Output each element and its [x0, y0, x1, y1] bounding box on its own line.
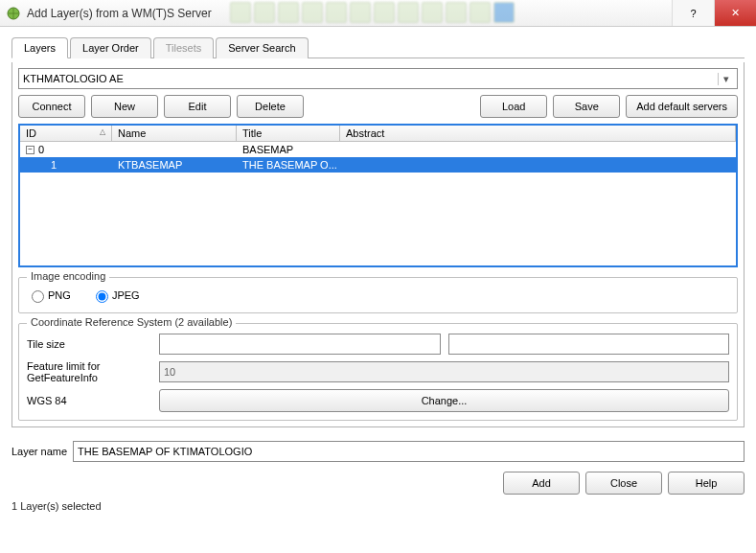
radio-input[interactable]	[96, 290, 108, 303]
image-encoding-group: Image encoding PNG JPEG	[18, 277, 738, 313]
crs-group: Coordinate Reference System (2 available…	[18, 323, 738, 421]
button-label: Connect	[33, 101, 72, 112]
group-legend: Image encoding	[27, 270, 109, 282]
th-label: Abstract	[346, 127, 384, 139]
tree-collapse-icon[interactable]: −	[26, 146, 34, 154]
new-button[interactable]: New	[91, 95, 158, 118]
app-icon	[6, 6, 21, 21]
tab-server-search[interactable]: Server Search	[216, 37, 308, 58]
tab-layers[interactable]: Layers	[11, 37, 68, 58]
tile-size-input-1[interactable]	[159, 334, 441, 355]
feature-limit-input	[159, 361, 729, 382]
radio-input[interactable]	[32, 290, 44, 303]
tab-layer-order[interactable]: Layer Order	[70, 37, 151, 58]
add-button[interactable]: Add	[503, 472, 580, 495]
cell-title: THE BASEMAP O...	[237, 159, 340, 171]
server-combo-value: KTHMATOLOGIO AE	[23, 73, 124, 84]
button-label: Delete	[255, 101, 286, 112]
tile-size-input-2[interactable]	[448, 334, 730, 355]
table-row[interactable]: − 0 BASEMAP	[20, 142, 736, 157]
load-button[interactable]: Load	[480, 95, 547, 118]
save-button[interactable]: Save	[553, 95, 620, 118]
button-label: Add default servers	[636, 101, 727, 112]
layer-name-label: Layer name	[11, 446, 67, 457]
button-label: New	[114, 101, 135, 112]
table-row[interactable]: 1 KTBASEMAP THE BASEMAP O...	[20, 157, 736, 173]
chevron-down-icon: ▾	[718, 73, 733, 85]
button-label: Close	[610, 477, 637, 489]
layers-table[interactable]: ID△ Name Title Abstract − 0 BASEMAP 1	[18, 124, 738, 267]
cell-id: 1	[20, 159, 112, 171]
server-combo[interactable]: KTHMATOLOGIO AE ▾	[18, 68, 738, 89]
button-label: Add	[532, 477, 551, 489]
tab-label: Layer Order	[82, 42, 139, 54]
tab-label: Server Search	[228, 42, 295, 54]
id-value: 1	[51, 159, 57, 171]
encoding-png-radio[interactable]: PNG	[27, 288, 71, 303]
feature-limit-label: Feature limit for GetFeatureInfo	[27, 360, 151, 383]
th-abstract[interactable]: Abstract	[340, 126, 736, 141]
th-id[interactable]: ID△	[20, 126, 112, 141]
close-icon: ✕	[731, 7, 740, 19]
close-button[interactable]: Close	[585, 472, 662, 495]
th-label: Title	[242, 127, 262, 139]
crs-name-label: WGS 84	[27, 395, 151, 406]
th-title[interactable]: Title	[237, 126, 340, 141]
encoding-jpeg-radio[interactable]: JPEG	[91, 288, 140, 303]
th-name[interactable]: Name	[112, 126, 237, 141]
help-icon: ?	[690, 8, 696, 19]
button-label: Change...	[422, 395, 468, 406]
th-label: Name	[118, 127, 146, 139]
add-default-servers-button[interactable]: Add default servers	[626, 95, 738, 118]
cell-id: − 0	[20, 144, 112, 155]
layer-name-input[interactable]	[73, 441, 745, 462]
group-legend: Coordinate Reference System (2 available…	[27, 316, 236, 328]
tab-label: Layers	[24, 42, 56, 54]
cell-title: BASEMAP	[237, 144, 340, 155]
sort-asc-icon: △	[100, 127, 105, 139]
change-crs-button[interactable]: Change...	[159, 389, 729, 412]
button-label: Load	[502, 101, 525, 112]
close-window-button[interactable]: ✕	[714, 0, 756, 26]
table-header: ID△ Name Title Abstract	[20, 126, 736, 142]
button-label: Edit	[189, 101, 207, 112]
button-label: Help	[696, 477, 718, 489]
tab-panel-layers: KTHMATOLOGIO AE ▾ Connect New Edit Delet…	[11, 62, 745, 427]
help-button[interactable]: Help	[668, 472, 745, 495]
id-value: 0	[38, 144, 44, 155]
radio-label: JPEG	[112, 289, 140, 301]
delete-button[interactable]: Delete	[237, 95, 304, 118]
status-text: 1 Layer(s) selected	[11, 500, 745, 512]
tile-size-label: Tile size	[27, 338, 151, 350]
radio-label: PNG	[48, 289, 71, 301]
tabstrip: Layers Layer Order Tilesets Server Searc…	[11, 36, 745, 58]
help-titlebar-button[interactable]: ?	[672, 0, 714, 26]
tab-tilesets: Tilesets	[153, 37, 215, 58]
edit-button[interactable]: Edit	[164, 95, 231, 118]
tab-label: Tilesets	[166, 42, 202, 54]
button-label: Save	[575, 101, 599, 112]
cell-name: KTBASEMAP	[112, 159, 237, 171]
connect-button[interactable]: Connect	[18, 95, 85, 118]
th-label: ID	[26, 127, 36, 139]
